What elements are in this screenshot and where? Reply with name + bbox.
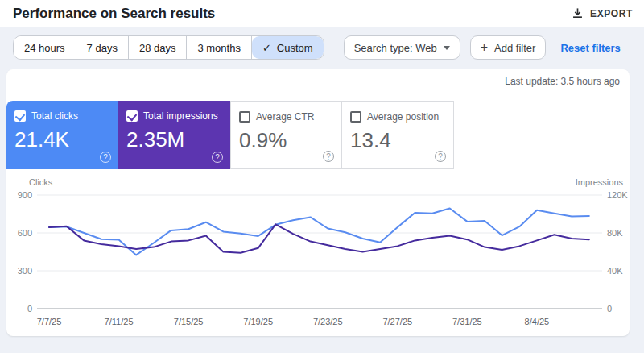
svg-text:7/27/25: 7/27/25 xyxy=(382,317,412,326)
add-filter-label: Add filter xyxy=(494,42,535,54)
performance-card: Last update: 3.5 hours ago Total clicks … xyxy=(6,69,630,336)
svg-text:7/11/25: 7/11/25 xyxy=(105,317,134,326)
search-type-label: Search type: Web xyxy=(354,42,437,54)
range-28-days[interactable]: 28 days xyxy=(129,36,188,59)
range-24-hours[interactable]: 24 hours xyxy=(14,36,76,59)
checkbox-unchecked-icon[interactable] xyxy=(350,111,361,123)
tile-average-ctr[interactable]: Average CTR 0.9% ? xyxy=(230,101,342,169)
range-label: Custom xyxy=(277,42,313,54)
check-icon: ✓ xyxy=(262,42,271,54)
svg-text:40K: 40K xyxy=(607,266,623,276)
export-button[interactable]: EXPORT xyxy=(572,7,633,19)
help-icon[interactable]: ? xyxy=(100,152,111,163)
tile-value: 0.9% xyxy=(239,128,333,153)
range-label: 7 days xyxy=(87,42,118,54)
svg-text:7/31/25: 7/31/25 xyxy=(452,317,482,326)
line-chart-svg: 900120K60080K30040K00ClicksImpressions7/… xyxy=(6,176,630,336)
range-custom[interactable]: ✓ Custom xyxy=(252,36,324,59)
download-icon xyxy=(572,7,584,19)
range-label: 3 months xyxy=(197,42,240,54)
date-range-segmented-control: 24 hours 7 days 28 days 3 months ✓ Custo… xyxy=(13,35,324,60)
chevron-down-icon xyxy=(444,46,450,50)
tile-average-position[interactable]: Average position 13.4 ? xyxy=(342,101,454,169)
page-title: Performance on Search results xyxy=(13,6,215,22)
svg-text:Impressions: Impressions xyxy=(576,177,624,187)
checkbox-checked-icon[interactable] xyxy=(14,110,26,122)
tile-label: Total impressions xyxy=(143,110,218,122)
help-icon[interactable]: ? xyxy=(323,151,334,162)
svg-text:7/7/25: 7/7/25 xyxy=(37,317,62,326)
range-7-days[interactable]: 7 days xyxy=(76,36,129,59)
svg-text:8/4/25: 8/4/25 xyxy=(525,317,550,326)
checkbox-checked-icon[interactable] xyxy=(126,110,138,122)
svg-text:80K: 80K xyxy=(607,228,623,238)
last-update-text: Last update: 3.5 hours ago xyxy=(505,76,620,87)
reset-filters-link[interactable]: Reset filters xyxy=(560,42,620,54)
tile-total-impressions[interactable]: Total impressions 2.35M ? xyxy=(118,101,230,169)
filter-toolbar: 24 hours 7 days 28 days 3 months ✓ Custo… xyxy=(13,35,636,60)
tile-total-clicks[interactable]: Total clicks 21.4K ? xyxy=(6,101,118,169)
svg-text:7/19/25: 7/19/25 xyxy=(243,317,273,326)
performance-chart[interactable]: 900120K60080K30040K00ClicksImpressions7/… xyxy=(6,176,630,336)
range-label: 24 hours xyxy=(24,42,65,54)
tile-label: Total clicks xyxy=(31,110,78,122)
tile-label: Average position xyxy=(367,111,439,123)
svg-text:7/15/25: 7/15/25 xyxy=(174,317,204,326)
tile-value: 2.35M xyxy=(126,127,222,152)
svg-text:900: 900 xyxy=(18,190,32,200)
svg-text:600: 600 xyxy=(18,228,32,238)
plus-icon: + xyxy=(481,41,488,54)
app-header: Performance on Search results EXPORT xyxy=(0,0,644,27)
metric-tiles: Total clicks 21.4K ? Total impressions 2… xyxy=(6,101,454,169)
search-type-dropdown[interactable]: Search type: Web xyxy=(344,35,460,60)
svg-text:0: 0 xyxy=(607,304,612,314)
tile-label: Average CTR xyxy=(256,111,314,123)
help-icon[interactable]: ? xyxy=(212,152,223,163)
add-filter-button[interactable]: + Add filter xyxy=(470,35,547,60)
svg-text:300: 300 xyxy=(18,266,32,276)
svg-text:0: 0 xyxy=(27,304,32,314)
svg-text:Clicks: Clicks xyxy=(29,177,53,187)
tile-value: 13.4 xyxy=(350,128,445,153)
range-3-months[interactable]: 3 months xyxy=(187,36,251,59)
help-icon[interactable]: ? xyxy=(435,151,446,162)
export-label: EXPORT xyxy=(590,8,633,19)
range-label: 28 days xyxy=(139,42,176,54)
svg-text:120K: 120K xyxy=(607,190,628,200)
svg-text:7/23/25: 7/23/25 xyxy=(313,317,343,326)
checkbox-unchecked-icon[interactable] xyxy=(239,111,250,123)
tile-value: 21.4K xyxy=(14,127,110,152)
